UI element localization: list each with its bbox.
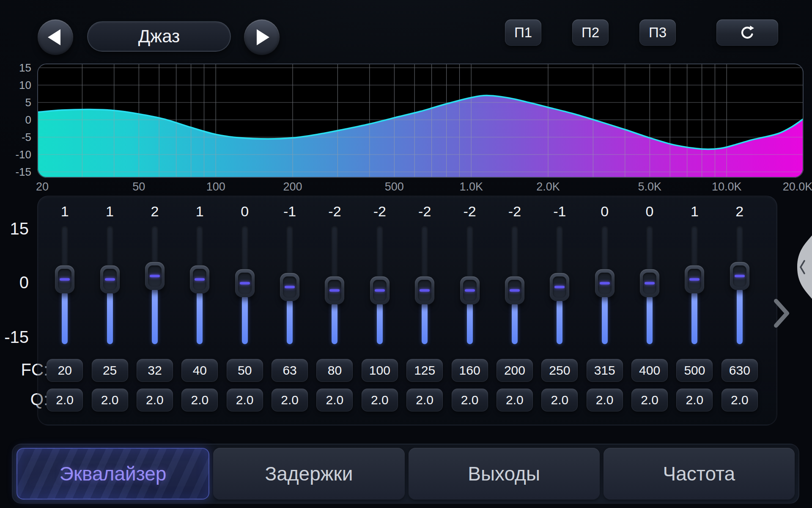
handle-dash-icon xyxy=(150,275,160,277)
q-value-button[interactable]: 2.0 xyxy=(227,389,263,411)
slider-handle[interactable] xyxy=(640,269,659,297)
fc-value-button[interactable]: 200 xyxy=(497,359,533,382)
band-gain-slider[interactable] xyxy=(177,226,222,345)
fc-value-button[interactable]: 25 xyxy=(92,359,128,382)
slider-handle[interactable] xyxy=(370,276,390,304)
band-gain-slider[interactable] xyxy=(717,226,762,345)
band-gain-slider[interactable] xyxy=(447,226,492,345)
band-gain-slider[interactable] xyxy=(672,226,717,345)
band-column-50: 0502.0 xyxy=(222,196,267,425)
fc-value-button[interactable]: 250 xyxy=(541,359,578,382)
y-axis-tick: 15 xyxy=(0,62,31,73)
q-value-button[interactable]: 2.0 xyxy=(362,389,398,411)
band-gain-slider[interactable] xyxy=(87,226,132,345)
band-gain-value: 0 xyxy=(241,202,249,220)
band-gain-slider[interactable] xyxy=(627,226,672,345)
slider-fill xyxy=(467,302,473,344)
q-value-button[interactable]: 2.0 xyxy=(721,389,758,411)
fc-value-button[interactable]: 80 xyxy=(316,359,353,382)
fc-value-button[interactable]: 400 xyxy=(631,359,668,382)
fc-value-button[interactable]: 125 xyxy=(406,359,443,382)
slider-handle[interactable] xyxy=(100,265,120,293)
slider-handle[interactable] xyxy=(415,276,434,304)
band-gain-slider[interactable] xyxy=(312,226,357,345)
fc-value-button[interactable]: 160 xyxy=(452,359,488,382)
fc-value-button[interactable]: 32 xyxy=(137,359,173,382)
x-axis-tick: 200 xyxy=(263,180,322,193)
q-value-button[interactable]: 2.0 xyxy=(137,389,173,411)
slider-handle[interactable] xyxy=(460,276,480,304)
slider-handle[interactable] xyxy=(505,276,524,304)
band-gain-slider[interactable] xyxy=(132,226,177,345)
band-gain-value: -2 xyxy=(328,202,341,220)
band-gain-slider[interactable] xyxy=(492,226,537,345)
band-gain-slider[interactable] xyxy=(267,226,312,345)
q-value-button[interactable]: 2.0 xyxy=(316,389,353,411)
q-value-button[interactable]: 2.0 xyxy=(452,389,488,411)
handle-dash-icon xyxy=(240,282,250,284)
band-gain-slider[interactable] xyxy=(582,226,627,345)
y-axis-tick: 10 xyxy=(0,80,31,91)
tab-outputs[interactable]: Выходы xyxy=(409,448,600,500)
q-value-button[interactable]: 2.0 xyxy=(676,389,713,411)
q-value-button[interactable]: 2.0 xyxy=(406,389,443,411)
slider-handle[interactable] xyxy=(235,269,255,297)
q-value-button[interactable]: 2.0 xyxy=(92,389,128,411)
band-gain-value: -2 xyxy=(463,202,476,220)
q-value-button[interactable]: 2.0 xyxy=(587,389,623,411)
band-gain-slider[interactable] xyxy=(402,226,447,345)
q-value-button[interactable]: 2.0 xyxy=(631,389,668,411)
fc-value-button[interactable]: 50 xyxy=(227,359,263,382)
tab-equalizer[interactable]: Эквалайзер xyxy=(16,448,209,500)
q-value-button[interactable]: 2.0 xyxy=(47,389,83,411)
memory-preset-button-2[interactable]: П2 xyxy=(572,19,609,46)
prev-preset-button[interactable] xyxy=(38,19,73,55)
slider-handle[interactable] xyxy=(325,276,344,304)
fc-value-button[interactable]: 20 xyxy=(47,359,83,382)
fc-value-button[interactable]: 100 xyxy=(362,359,398,382)
slider-handle[interactable] xyxy=(595,269,614,297)
next-bands-button[interactable] xyxy=(771,296,793,330)
slider-handle[interactable] xyxy=(550,273,569,301)
q-value-button[interactable]: 2.0 xyxy=(541,389,578,411)
fc-value-button[interactable]: 315 xyxy=(587,359,623,382)
slider-handle[interactable] xyxy=(55,265,74,293)
fc-value-button[interactable]: 63 xyxy=(272,359,308,382)
handle-dash-icon xyxy=(60,278,70,281)
slider-handle[interactable] xyxy=(280,273,299,301)
q-value-button[interactable]: 2.0 xyxy=(272,389,308,411)
q-value-button[interactable]: 2.0 xyxy=(497,389,533,411)
memory-preset-button-1[interactable]: П1 xyxy=(505,19,541,46)
q-value-button[interactable]: 2.0 xyxy=(181,389,218,411)
fc-value-button[interactable]: 630 xyxy=(721,359,758,382)
handle-dash-icon xyxy=(329,289,340,292)
fc-value-button[interactable]: 500 xyxy=(676,359,713,382)
slider-handle[interactable] xyxy=(730,262,749,290)
slider-handle[interactable] xyxy=(190,265,209,293)
slider-fill xyxy=(512,302,518,344)
band-column-250: -12502.0 xyxy=(537,196,582,425)
y-axis-tick: -15 xyxy=(0,166,31,177)
band-gain-slider[interactable] xyxy=(537,226,582,345)
band-gain-slider[interactable] xyxy=(222,226,267,345)
band-column-80: -2802.0 xyxy=(312,196,357,425)
handle-dash-icon xyxy=(689,278,700,281)
band-gain-slider[interactable] xyxy=(357,226,402,345)
slider-fill xyxy=(647,295,653,344)
band-gain-slider[interactable] xyxy=(42,226,87,345)
fc-value-button[interactable]: 40 xyxy=(181,359,218,382)
slider-handle[interactable] xyxy=(685,265,704,293)
preset-display[interactable]: Джаз xyxy=(87,21,231,52)
next-preset-button[interactable] xyxy=(244,19,280,55)
side-drawer-handle[interactable] xyxy=(793,235,812,299)
slider-fill xyxy=(152,288,158,344)
slider-fill xyxy=(422,302,428,344)
reset-button[interactable] xyxy=(716,19,778,46)
tab-frequency[interactable]: Частота xyxy=(604,448,795,500)
band-column-100: -21002.0 xyxy=(357,196,402,425)
memory-preset-button-3[interactable]: П3 xyxy=(639,19,676,46)
chevron-right-icon xyxy=(772,298,791,329)
tab-delays[interactable]: Задержки xyxy=(213,448,404,500)
slider-handle[interactable] xyxy=(145,262,165,290)
band-column-32: 2322.0 xyxy=(132,196,177,425)
